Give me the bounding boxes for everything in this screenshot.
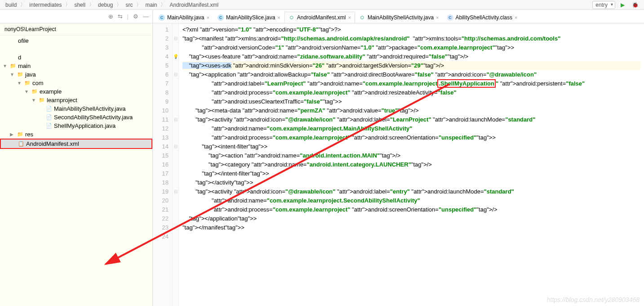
- file-type-icon: C: [218, 14, 224, 21]
- bc-item[interactable]: src: [125, 2, 133, 8]
- folder-b-icon: 📁: [10, 63, 16, 69]
- folder-y-icon: 📁: [24, 80, 31, 86]
- bc-item[interactable]: AndroidManifest.xml: [169, 2, 218, 8]
- jfile-icon: 📄: [46, 106, 52, 112]
- blank-icon: [10, 46, 16, 52]
- file-type-icon: C: [159, 14, 165, 21]
- bc-item[interactable]: intermediates: [29, 2, 62, 8]
- run-icon[interactable]: ▶: [621, 2, 625, 8]
- tree-item[interactable]: 📄MainAbilityShellActivity.java: [0, 104, 152, 113]
- tree-item[interactable]: 📋AndroidManifest.xml: [0, 139, 152, 149]
- project-tree[interactable]: ofiled▼📁main▼📁java▼📁com▼📁example▼📁learnp…: [0, 36, 152, 306]
- editor-tab[interactable]: ⬡AndroidManifest.xml×: [284, 12, 355, 23]
- blank-icon: [10, 54, 16, 61]
- folder-y-icon: 📁: [31, 89, 38, 95]
- tree-item[interactable]: 📄SecondAbilityShellActivity.java: [0, 113, 152, 122]
- close-icon[interactable]: ×: [348, 15, 351, 20]
- tree-item[interactable]: ▼📁java: [0, 70, 152, 79]
- tree-item[interactable]: ofile: [0, 36, 152, 45]
- debug-icon[interactable]: 🐞: [632, 2, 639, 8]
- jfile-icon: 📄: [46, 123, 52, 129]
- code-content[interactable]: <?xml "attr">version="1.0" "attr">encodi…: [179, 23, 644, 306]
- tree-item[interactable]: d: [0, 53, 152, 62]
- bc-item[interactable]: main: [145, 2, 157, 8]
- file-type-icon: ⬡: [359, 14, 365, 21]
- bc-item[interactable]: build: [5, 2, 17, 8]
- run-config-dropdown[interactable]: entry: [592, 1, 615, 9]
- folder-b-icon: 📁: [17, 72, 23, 78]
- editor-tab[interactable]: CAbilityShellActivity.class×: [443, 12, 522, 23]
- tree-item[interactable]: ▼📁main: [0, 62, 152, 70]
- bc-item[interactable]: debug: [98, 2, 113, 8]
- tree-item[interactable]: ▼📁com: [0, 79, 152, 87]
- close-icon[interactable]: ×: [515, 15, 517, 20]
- breadcrumb: build〉 intermediates〉 shell〉 debug〉 src〉…: [0, 0, 644, 10]
- tree-item[interactable]: ▼📁learnproject: [0, 96, 152, 104]
- hide-icon[interactable]: —: [143, 13, 149, 20]
- file-type-icon: ⬡: [289, 14, 295, 21]
- manifest-icon: 📋: [18, 141, 24, 147]
- project-sidebar: ⊕ ⇆ | ⚙ — nonyOS\LearnProject ofiled▼📁ma…: [0, 10, 153, 306]
- tree-item[interactable]: ▶📁res: [0, 130, 152, 139]
- tree-item[interactable]: 📄ShellMyApplication.java: [0, 122, 152, 130]
- fold-gutter[interactable]: ⊟ 💡 ⊟ ⊟ ⊟ ⊟: [173, 23, 179, 306]
- collapse-icon[interactable]: ⇆: [118, 13, 123, 20]
- close-icon[interactable]: ×: [206, 15, 209, 20]
- watermark: https://blog.csdn.net/y280903468: [547, 296, 640, 303]
- close-icon[interactable]: ×: [436, 15, 439, 20]
- editor-tab[interactable]: ⬡MainAbilityShellActivity.java×: [355, 12, 443, 23]
- jfile-icon: 📄: [46, 114, 52, 121]
- code-area[interactable]: 123456789101112131415161718192021222324 …: [153, 23, 644, 306]
- bc-item[interactable]: shell: [74, 2, 85, 8]
- editor-tab[interactable]: CMainAbilitySlice.java×: [213, 12, 284, 23]
- editor-pane: CMainAbility.java×CMainAbilitySlice.java…: [153, 10, 644, 306]
- folder-b-icon: 📁: [17, 131, 23, 138]
- gear-icon[interactable]: ⚙: [133, 13, 138, 20]
- target-icon[interactable]: ⊕: [108, 13, 113, 20]
- editor-tabs: CMainAbility.java×CMainAbilitySlice.java…: [153, 10, 644, 23]
- tree-item[interactable]: ▼📁example: [0, 87, 152, 96]
- project-path: nonyOS\LearnProject: [0, 23, 152, 36]
- sidebar-toolbar: ⊕ ⇆ | ⚙ —: [0, 10, 152, 23]
- editor-tab[interactable]: CMainAbility.java×: [155, 12, 213, 23]
- blank-icon: [10, 38, 16, 44]
- tree-item[interactable]: [0, 45, 152, 53]
- close-icon[interactable]: ×: [277, 15, 280, 20]
- line-gutter: 123456789101112131415161718192021222324: [153, 23, 173, 306]
- file-type-icon: C: [447, 14, 453, 21]
- folder-y-icon: 📁: [39, 97, 45, 104]
